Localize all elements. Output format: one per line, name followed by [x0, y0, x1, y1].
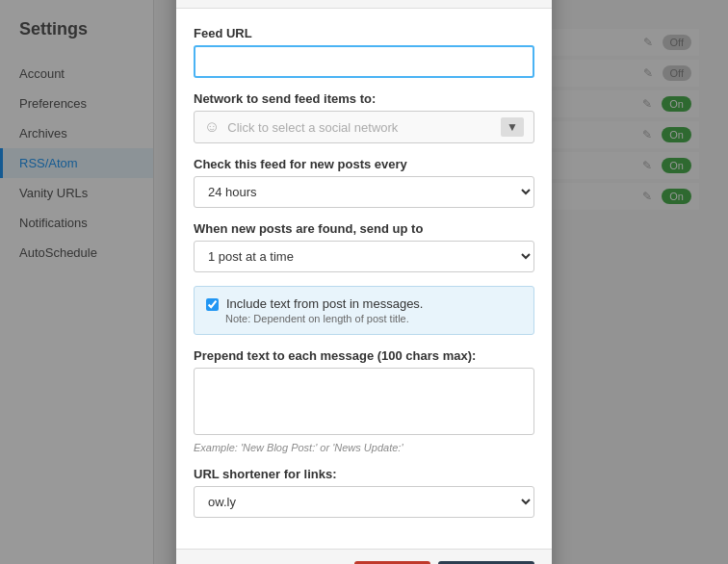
check-feed-label: Check this feed for new posts every — [194, 157, 534, 171]
modal-header: Add an RSS/Atom Feed × — [176, 0, 552, 9]
person-icon: ☺ — [204, 118, 220, 136]
modal-body: Feed URL Network to send feed items to: … — [176, 9, 552, 549]
new-posts-label: When new posts are found, send up to — [194, 221, 534, 236]
url-shortener-select[interactable]: ow.ly bit.ly none — [194, 486, 534, 518]
network-group: Network to send feed items to: ☺ Click t… — [194, 91, 534, 143]
network-placeholder: Click to select a social network — [227, 120, 501, 135]
network-label: Network to send feed items to: — [194, 91, 534, 106]
prepend-textarea[interactable] — [194, 368, 534, 435]
check-feed-select[interactable]: 24 hours 12 hours 6 hours 1 hour — [194, 176, 534, 208]
check-feed-group: Check this feed for new posts every 24 h… — [194, 157, 534, 208]
feed-url-group: Feed URL — [194, 26, 534, 78]
url-shortener-group: URL shortener for links: ow.ly bit.ly no… — [194, 467, 534, 518]
chevron-down-icon: ▼ — [501, 117, 524, 137]
include-text-checkbox[interactable] — [206, 298, 219, 311]
include-text-note: Note: Dependent on length of post title. — [206, 313, 522, 324]
new-posts-group: When new posts are found, send up to 1 p… — [194, 221, 534, 272]
include-text-group: Include text from post in messages. Note… — [194, 286, 534, 335]
prepend-group: Prepend text to each message (100 chars … — [194, 348, 534, 453]
include-text-label[interactable]: Include text from post in messages. — [226, 296, 423, 311]
prepend-hint: Example: 'New Blog Post:' or 'News Updat… — [194, 442, 534, 453]
feed-url-label: Feed URL — [194, 26, 534, 40]
network-select-button[interactable]: ☺ Click to select a social network ▼ — [194, 111, 534, 143]
modal-overlay: Add an RSS/Atom Feed × Feed URL Network … — [0, 0, 728, 564]
url-shortener-label: URL shortener for links: — [194, 467, 534, 481]
prepend-label: Prepend text to each message (100 chars … — [194, 348, 534, 363]
modal-footer: Cancel Save Feed — [176, 549, 552, 564]
new-posts-select[interactable]: 1 post at a time 2 posts at a time 5 pos… — [194, 241, 534, 272]
checkbox-row: Include text from post in messages. — [206, 296, 522, 311]
feed-url-input[interactable] — [194, 45, 534, 78]
modal-dialog: Add an RSS/Atom Feed × Feed URL Network … — [176, 0, 552, 564]
